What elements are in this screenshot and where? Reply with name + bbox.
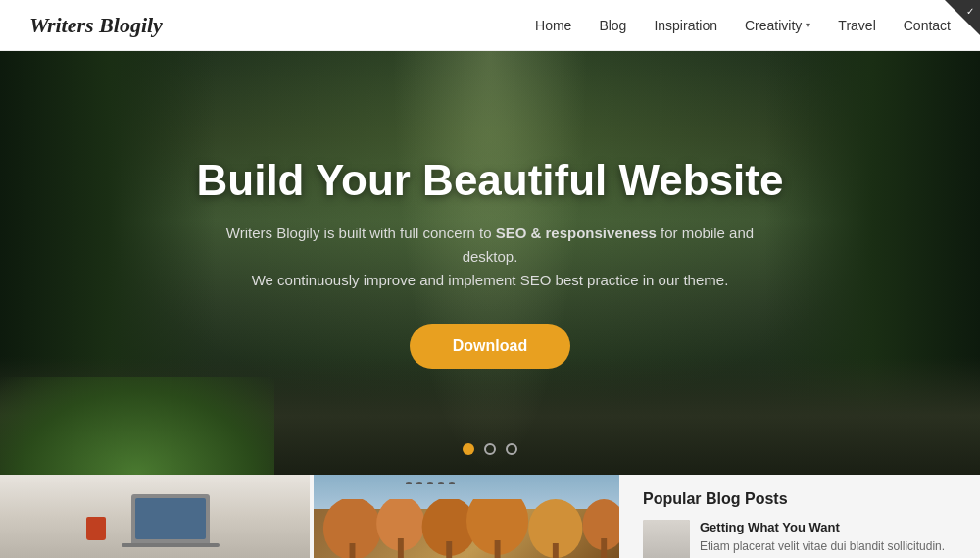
desk-laptop bbox=[131, 494, 210, 543]
nav-home[interactable]: Home bbox=[535, 18, 571, 33]
sidebar-title: Popular Blog Posts bbox=[643, 490, 960, 508]
hero-subtitle-text1: Writers Blogily is built with full conce… bbox=[226, 225, 496, 241]
bottom-section: Popular Blog Posts Getting What You Want… bbox=[0, 475, 980, 558]
blog-post-thumb-inner bbox=[643, 520, 690, 558]
blog-post-thumbnail bbox=[643, 520, 690, 558]
bottom-image-forest bbox=[310, 475, 619, 558]
hero-dots bbox=[463, 443, 517, 455]
svg-rect-9 bbox=[553, 543, 559, 558]
bird-2 bbox=[416, 482, 422, 485]
blog-post-info: Getting What You Want Etiam placerat vel… bbox=[700, 520, 960, 558]
svg-rect-1 bbox=[350, 543, 356, 558]
svg-rect-3 bbox=[398, 538, 404, 558]
creativity-dropdown-arrow: ▾ bbox=[806, 20, 810, 30]
svg-point-10 bbox=[582, 499, 619, 550]
corner-chevron-icon: ✓ bbox=[966, 6, 974, 17]
popular-blog-sidebar: Popular Blog Posts Getting What You Want… bbox=[619, 475, 980, 558]
download-button[interactable]: Download bbox=[410, 324, 570, 369]
hero-section: Build Your Beautiful Website Writers Blo… bbox=[0, 51, 980, 475]
blog-post-excerpt: Etiam placerat velit vitae dui blandit s… bbox=[700, 538, 960, 558]
bird-1 bbox=[406, 482, 412, 485]
hero-dot-2[interactable] bbox=[484, 443, 496, 455]
nav-creativity[interactable]: Creativity ▾ bbox=[745, 18, 810, 33]
hero-subtitle-line2: We continuously improve and implement SE… bbox=[252, 272, 729, 288]
svg-rect-11 bbox=[601, 538, 607, 558]
autumn-trees-svg bbox=[314, 499, 619, 558]
bird-4 bbox=[438, 482, 444, 485]
nav-travel[interactable]: Travel bbox=[838, 18, 875, 33]
bird-5 bbox=[449, 482, 455, 485]
nav-contact[interactable]: Contact bbox=[904, 18, 951, 33]
nav-inspiration[interactable]: Inspiration bbox=[654, 18, 717, 33]
birds-flock bbox=[406, 482, 455, 485]
hero-content: Build Your Beautiful Website Writers Blo… bbox=[0, 51, 980, 475]
desk-mug bbox=[86, 517, 106, 540]
svg-rect-7 bbox=[495, 540, 501, 558]
nav-blog[interactable]: Blog bbox=[599, 18, 626, 33]
bottom-image-desk bbox=[0, 475, 310, 558]
hero-subtitle: Writers Blogily is built with full conce… bbox=[216, 222, 764, 292]
bird-3 bbox=[427, 482, 433, 485]
hero-title: Build Your Beautiful Website bbox=[197, 157, 784, 204]
laptop-screen bbox=[135, 498, 206, 539]
svg-rect-5 bbox=[446, 541, 452, 558]
hero-subtitle-bold: SEO & responsiveness bbox=[496, 225, 657, 241]
header: Writers Blogily Home Blog Inspiration Cr… bbox=[0, 0, 980, 51]
main-nav: Home Blog Inspiration Creativity ▾ Trave… bbox=[535, 18, 951, 33]
blog-post-item: Getting What You Want Etiam placerat vel… bbox=[643, 520, 960, 558]
hero-dot-1[interactable] bbox=[463, 443, 474, 455]
hero-dot-3[interactable] bbox=[506, 443, 517, 455]
site-logo[interactable]: Writers Blogily bbox=[29, 13, 163, 38]
blog-post-title[interactable]: Getting What You Want bbox=[700, 520, 960, 534]
